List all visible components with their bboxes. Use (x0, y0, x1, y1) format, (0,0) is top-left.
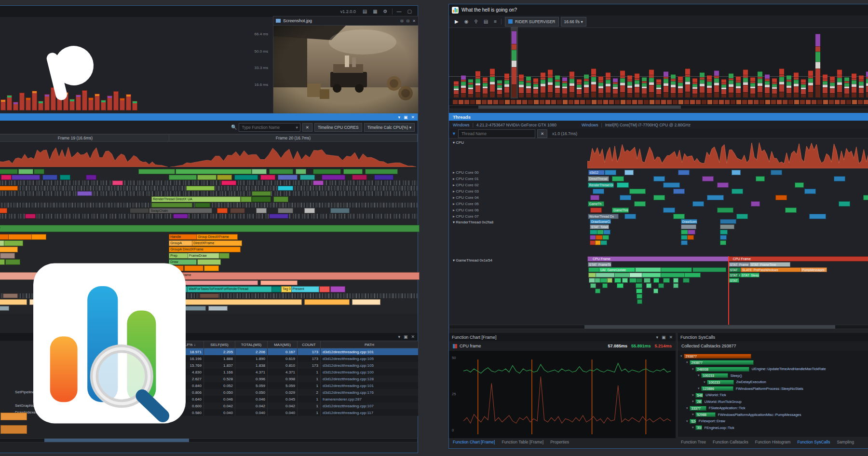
timeline-block[interactable] (590, 283, 596, 288)
timeline-block[interactable] (644, 278, 651, 283)
expand-icon[interactable]: ▾ (692, 400, 694, 403)
frame-strip-block[interactable] (800, 100, 805, 104)
frame-bar[interactable] (461, 75, 466, 97)
frame-bar[interactable] (721, 79, 726, 97)
fps-selector[interactable]: 16.66 f/s ▾ (561, 17, 586, 27)
callstack-bar[interactable]: 293877 (684, 354, 751, 359)
timeline-block[interactable] (3, 293, 18, 298)
timeline-block[interactable] (720, 240, 726, 245)
timeline-block[interactable] (681, 224, 696, 229)
frame-strip-block[interactable] (835, 100, 840, 104)
timeline-block[interactable] (365, 169, 397, 174)
callstack-row[interactable]: ▾100233Sleep() (678, 373, 868, 379)
timeline-block[interactable]: STAT_FrameTime (749, 262, 790, 267)
timeline-block[interactable] (112, 180, 123, 185)
timeline-block[interactable] (278, 208, 293, 213)
frame-strip-block[interactable] (765, 100, 770, 104)
timeline-block[interactable] (184, 265, 203, 271)
frame-strip-block[interactable] (522, 100, 527, 104)
timeline-block[interactable] (717, 207, 733, 213)
scrollbar-thumb[interactable] (44, 439, 189, 442)
grid-icon[interactable]: ▦ (370, 9, 380, 14)
timeline-block[interactable] (629, 278, 637, 283)
timeline-block[interactable] (271, 286, 282, 292)
frame-strip-block[interactable] (846, 100, 851, 104)
timeline-block[interactable] (617, 182, 628, 188)
frame-strip-block[interactable] (702, 100, 706, 104)
frame-strip-block[interactable] (545, 100, 550, 104)
timeline-block[interactable] (273, 196, 288, 202)
thread-filter[interactable] (458, 129, 535, 138)
frame-strip-block[interactable] (788, 100, 793, 104)
scrollbar-thumb[interactable] (478, 106, 681, 109)
maximize-icon[interactable]: ▢ (405, 9, 415, 14)
left-titlebar[interactable]: v1.2.0.0 ▤ ▦ ⚙ — ▢ (0, 6, 418, 17)
frame-bar[interactable] (664, 71, 668, 97)
timeline-block[interactable] (629, 189, 646, 194)
timeline-block[interactable]: GameTh (588, 201, 604, 207)
frame-bar[interactable] (620, 70, 625, 97)
table-row[interactable]: 0.6400.0460.0460.0451framerenderer.cpp:2… (172, 396, 419, 402)
function-chart-tab[interactable]: Properties (550, 440, 569, 444)
panel-float-icon[interactable]: ▣ (404, 334, 408, 339)
timeline-block[interactable] (614, 278, 621, 283)
frame-bar[interactable] (707, 75, 712, 97)
timeline-block[interactable] (0, 169, 18, 174)
timeline-block[interactable] (593, 189, 604, 194)
minimize-icon[interactable]: — (394, 9, 405, 14)
frame-bar[interactable] (584, 74, 589, 97)
frame-bar[interactable] (132, 101, 137, 111)
timeline-block[interactable] (634, 201, 646, 207)
timeline-block[interactable] (256, 208, 267, 213)
frame-bar[interactable] (497, 80, 502, 97)
timeline-block[interactable] (629, 273, 642, 277)
timeline-block[interactable]: FrameDraw (188, 253, 220, 259)
threads-timeline[interactable]: ▾ CPU ▸ CPU Core 00d3d12▸ CPU Core 01Dir… (449, 138, 868, 325)
timeline-block[interactable]: WaitForTasksToFinishForRenderThread (187, 286, 272, 292)
frame-strip-block[interactable] (713, 100, 718, 104)
table-row[interactable]: 0.6000.0420.0420.0421d3d12directthreadin… (172, 402, 419, 409)
timeline-block[interactable]: STAT_Sleep (740, 273, 760, 277)
timeline-block[interactable] (313, 169, 341, 174)
timeline-block[interactable] (319, 286, 330, 292)
frame-bar[interactable] (113, 91, 119, 111)
panel-float-icon[interactable]: ▣ (662, 335, 666, 340)
timeline-block[interactable] (173, 214, 188, 219)
timeline-block[interactable]: STAT_FrameTime (588, 262, 611, 267)
frame-strip-block[interactable] (609, 100, 614, 104)
dock-icon[interactable]: ⊟ (400, 19, 404, 23)
timeline-block[interactable] (795, 182, 804, 188)
timeline-block[interactable] (595, 289, 600, 293)
frame-strip-block[interactable] (632, 100, 637, 104)
timeline-block[interactable] (352, 299, 380, 305)
frame-bar[interactable] (26, 97, 31, 111)
expand-icon[interactable]: ▾ (686, 406, 688, 410)
frame-bar[interactable] (750, 77, 755, 97)
frame-bar[interactable] (779, 69, 784, 97)
timeline-block[interactable] (204, 265, 219, 271)
frame-strip-block[interactable] (829, 100, 834, 104)
timeline-block[interactable] (0, 253, 15, 259)
timeline-block[interactable] (4, 240, 23, 246)
timeline-block[interactable] (186, 186, 214, 191)
frame-strip-block[interactable] (586, 100, 591, 104)
frame-bar[interactable] (678, 76, 683, 97)
timeline-block[interactable] (702, 176, 714, 181)
timeline-block[interactable]: DrawSceneCommand (590, 219, 611, 224)
timeline-cpu-cores-button[interactable]: Timeline CPU CORES (314, 123, 362, 132)
record-icon[interactable]: ◉ (461, 19, 472, 24)
frame-strip-block[interactable] (470, 100, 475, 104)
callstack-bar[interactable]: 281 (695, 399, 702, 404)
frame-bar[interactable] (126, 94, 131, 111)
panel-menu-icon[interactable]: ▾ (656, 335, 658, 340)
expand-icon[interactable]: ▾ (704, 380, 705, 384)
callstack-bar[interactable]: 5248 (690, 419, 696, 424)
frame-bar[interactable] (844, 77, 849, 97)
table-row[interactable]: 0.8400.0525.0595.0591d3d12directthreadin… (172, 382, 419, 389)
frame-bar[interactable] (570, 71, 574, 97)
timeline-block[interactable] (269, 214, 288, 219)
table-column-header[interactable]: TOTAL(MS) (235, 341, 268, 348)
frame-strip-block[interactable] (534, 100, 539, 104)
frames-scrollbar[interactable] (449, 105, 868, 109)
timeline-calc-cpu-button[interactable]: Timeline Calc CPU(%) ▾ (364, 123, 415, 132)
